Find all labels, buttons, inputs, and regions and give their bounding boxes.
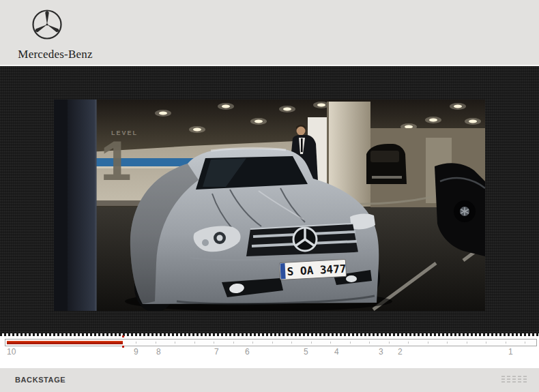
chapter-number-5[interactable]: 5 [304,347,308,357]
progress-tick [428,342,428,344]
progress-tick [447,342,448,344]
grille-star-icon [293,228,317,251]
chapter-number-10[interactable]: 10 [7,347,16,357]
mercedes-logo[interactable]: Mercedes-Benz [14,5,96,63]
chapter-number-7[interactable]: 7 [214,347,219,357]
progress-tick [330,342,331,344]
wall-level-number: 1 [100,130,132,192]
progress-tick [486,342,486,344]
grid-dashes-icon [501,376,527,384]
video-player[interactable]: LEVEL 1 [54,100,485,311]
progress-tick [408,342,409,344]
progress-tick [291,342,292,344]
progress-fill [7,341,123,344]
backstage-link[interactable]: BACKSTAGE [15,376,65,384]
left-pillar [68,100,96,311]
chapter-number-9[interactable]: 9 [134,347,139,357]
video-frame-garage-scene: LEVEL 1 [54,100,485,311]
progress-tick [194,342,195,344]
footer: BACKSTAGE [0,368,539,392]
license-plate: S OA 3477 [279,259,347,280]
chapter-number-3[interactable]: 3 [379,347,383,357]
stage: LEVEL 1 [0,66,539,333]
progress-tick [311,342,312,344]
chapter-number-8[interactable]: 8 [156,347,161,357]
progress-tick [350,342,351,344]
progress-tick [525,342,525,344]
dotted-separator [0,333,539,336]
chapter-number-6[interactable]: 6 [245,347,250,357]
progress-tick [389,342,390,344]
chapter-number-2[interactable]: 2 [398,347,403,357]
progress-tick [272,342,273,344]
chapter-number-4[interactable]: 4 [334,347,339,357]
progress-tick [506,342,506,344]
progress-tick [467,342,467,344]
progress-tick [156,342,156,344]
progress-tick [136,342,136,344]
progress-bar[interactable] [5,339,537,346]
progress-tick [214,342,214,344]
player-progress-section: 10987654321 [0,333,539,368]
progress-marker-top [122,335,124,337]
header: Mercedes-Benz [0,0,539,66]
progress-tick [233,342,234,344]
chapter-number-1[interactable]: 1 [508,347,513,357]
progress-marker-bottom [122,346,124,348]
brand-wordmark: Mercedes-Benz [14,48,96,61]
progress-tick [369,342,370,344]
background-suv [366,144,407,184]
progress-tick [252,342,253,344]
mercedes-star-icon [31,8,63,41]
page: Mercedes-Benz [0,0,539,392]
progress-tick [175,342,175,344]
